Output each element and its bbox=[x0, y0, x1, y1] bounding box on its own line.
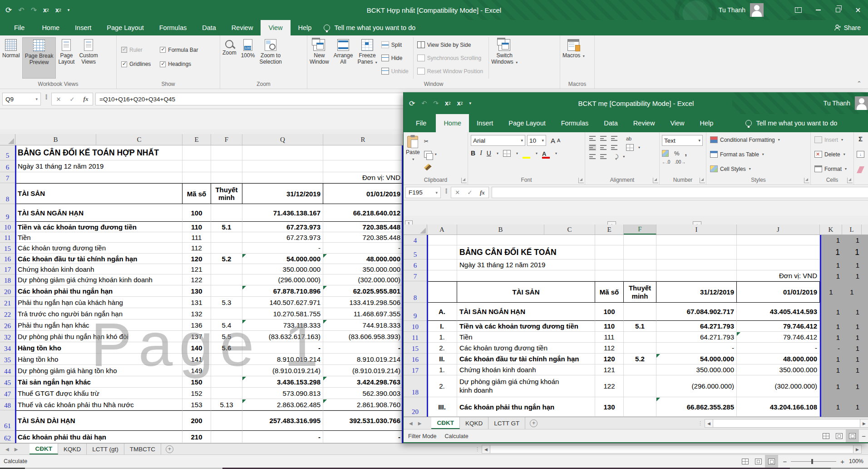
cell-a9[interactable]: A. bbox=[427, 303, 457, 321]
cell-j11[interactable]: 79.746.412 bbox=[737, 332, 820, 343]
cell-a15[interactable]: 2. bbox=[427, 343, 457, 354]
cell-f6[interactable] bbox=[624, 259, 656, 270]
cell-q48[interactable]: 2.863.062.485 bbox=[242, 399, 323, 410]
redo-icon[interactable]: ↷ bbox=[31, 6, 37, 15]
cell-a17[interactable]: 1. bbox=[427, 364, 457, 375]
row-header-16[interactable]: 16 bbox=[0, 254, 15, 264]
ribbon-display-options-icon[interactable] bbox=[788, 0, 808, 20]
cell-q21[interactable]: 140.507.627.971 bbox=[242, 297, 323, 308]
cell-f5[interactable] bbox=[624, 245, 656, 259]
cell-f18[interactable] bbox=[624, 375, 656, 397]
cell-r47[interactable]: 562.390.003 bbox=[323, 388, 403, 399]
cell-b17[interactable]: Chứng khoán kinh doanh bbox=[15, 264, 182, 274]
row-header-20[interactable]: 20 bbox=[0, 285, 15, 297]
row-header-45[interactable]: 45 bbox=[0, 376, 15, 388]
row-header-21[interactable]: 21 bbox=[0, 297, 15, 308]
row-header-48[interactable]: 48 bbox=[0, 399, 15, 410]
back-tab-view[interactable]: View bbox=[261, 20, 290, 35]
font-size-select[interactable]: 10▾ bbox=[527, 135, 546, 146]
cell-r61[interactable]: 392.531.030.766 bbox=[323, 410, 403, 431]
font-color-button[interactable]: A bbox=[542, 150, 550, 157]
cell-q5[interactable] bbox=[242, 145, 323, 160]
cell-q8[interactable]: 31/12/2019 bbox=[242, 183, 323, 204]
grow-font-icon[interactable]: A bbox=[551, 137, 555, 145]
button-conditional-formatting[interactable]: Conditional Formatting▾ bbox=[710, 135, 807, 144]
cell-b7[interactable] bbox=[15, 172, 182, 183]
cell-b5[interactable]: BẢNG CÂN ĐỐI KẾ TOÁN bbox=[457, 245, 595, 259]
cell-b16[interactable]: Các khoản đầu tư tài chính ngắn hạn bbox=[457, 354, 595, 364]
cell-a11[interactable]: 1. bbox=[427, 332, 457, 343]
cell-e11[interactable]: 111 bbox=[595, 332, 624, 343]
cell-e62[interactable]: 210 bbox=[182, 431, 211, 443]
front-tell-me-box[interactable]: Tell me what you want to do bbox=[741, 114, 842, 132]
cell-f11[interactable] bbox=[624, 332, 656, 343]
front-tab-insert[interactable]: Insert bbox=[469, 114, 501, 132]
page-layout-view-icon[interactable] bbox=[752, 455, 765, 468]
cell-f21[interactable]: 5.3 bbox=[211, 297, 242, 308]
row-header-34[interactable]: 34 bbox=[0, 342, 15, 354]
cell-b10[interactable]: Tiền và các khoản tương đương tiền bbox=[15, 222, 182, 232]
row-header-4[interactable]: 4 bbox=[404, 235, 427, 245]
row-header-11[interactable]: 11 bbox=[404, 332, 427, 343]
row-header-15[interactable]: 15 bbox=[404, 343, 427, 354]
cell-b44[interactable]: Dự phòng giảm giá hàng tồn kho bbox=[15, 365, 182, 376]
superscript-icon[interactable]: x2 bbox=[457, 100, 463, 107]
cancel-icon[interactable]: ✕ bbox=[56, 96, 61, 103]
front-tab-review[interactable]: Review bbox=[626, 114, 663, 132]
zoom-level[interactable]: 100% bbox=[849, 458, 863, 464]
cell-b21[interactable]: Phải thu ngắn hạn của khách hàng bbox=[15, 297, 182, 308]
cell-j6[interactable] bbox=[737, 259, 820, 270]
percent-style-icon[interactable]: % bbox=[674, 150, 680, 157]
cell-f34[interactable]: 5.6 bbox=[211, 342, 242, 354]
formula-bar-splitter[interactable]: ••• bbox=[445, 189, 447, 194]
cell-j15[interactable]: - bbox=[737, 343, 820, 354]
cell-i6[interactable] bbox=[656, 259, 737, 270]
new-sheet-button[interactable]: + bbox=[530, 419, 538, 427]
cell-a16[interactable]: II. bbox=[427, 354, 457, 364]
cell-f6[interactable] bbox=[211, 160, 242, 172]
column-header-L[interactable]: L bbox=[842, 225, 862, 234]
cell-b8[interactable]: TÀI SẢN bbox=[457, 281, 595, 303]
row-header-16[interactable]: 16 bbox=[404, 354, 427, 364]
cell-q20[interactable]: 67.878.710.896 bbox=[242, 285, 323, 297]
column-header-F[interactable]: F bbox=[211, 134, 242, 145]
cell-r7[interactable]: Đơn vị: VND bbox=[323, 172, 403, 183]
save-icon[interactable]: ⟳ bbox=[5, 5, 12, 15]
cell-e10[interactable]: 110 bbox=[595, 321, 624, 332]
cell-e8[interactable]: Mã số bbox=[595, 281, 624, 303]
row-header-32[interactable]: 32 bbox=[0, 331, 15, 342]
cell-a4[interactable] bbox=[427, 235, 457, 245]
increase-decimal-icon[interactable]: ←.0 bbox=[662, 160, 670, 165]
button-format[interactable]: Format▾ bbox=[814, 165, 850, 173]
fill-color-button[interactable] bbox=[523, 150, 530, 157]
button-page-break-preview[interactable]: Page BreakPreview bbox=[22, 37, 56, 79]
cell-r9[interactable]: 66.218.640.012 bbox=[323, 204, 403, 222]
cell-q6[interactable] bbox=[242, 160, 323, 172]
row-header-18[interactable]: 18 bbox=[404, 375, 427, 397]
select-all-corner[interactable] bbox=[404, 225, 427, 235]
cell-r17[interactable]: 350.000.000 bbox=[323, 264, 403, 274]
back-tab-review[interactable]: Review bbox=[224, 20, 261, 35]
cell-i16[interactable]: 54.000.000 bbox=[656, 354, 737, 364]
cell-e7[interactable] bbox=[595, 270, 624, 281]
cell-e21[interactable]: 131 bbox=[182, 297, 211, 308]
front-horizontal-scrollbar[interactable]: ⋮ ◀ ▶ bbox=[698, 419, 868, 428]
button-hide[interactable]: Hide bbox=[381, 54, 409, 62]
column-header-C[interactable]: C bbox=[544, 225, 595, 234]
cell-r34[interactable]: - bbox=[323, 342, 403, 354]
column-header-E[interactable]: E bbox=[182, 134, 211, 145]
cell-f18[interactable] bbox=[211, 274, 242, 285]
cell-e6[interactable] bbox=[182, 160, 211, 172]
cell-l15[interactable]: 1 bbox=[842, 343, 862, 354]
cell-e15[interactable]: 112 bbox=[595, 343, 624, 354]
cell-r10[interactable]: 720.385.448 bbox=[323, 222, 403, 232]
sheet-nav-arrows[interactable]: ◀▶ bbox=[404, 417, 427, 429]
cell-r62[interactable]: - bbox=[323, 431, 403, 443]
cell-i7[interactable] bbox=[656, 270, 737, 281]
cell-q17[interactable]: 350.000.000 bbox=[242, 264, 323, 274]
cell-j9[interactable]: 43.405.414.593 bbox=[737, 303, 820, 321]
front-sheet-tab-c-kt[interactable]: CĐKT bbox=[431, 417, 460, 429]
cell-l4[interactable]: 1 bbox=[842, 235, 862, 245]
back-sheet-tab-kqkd[interactable]: KQKD bbox=[58, 444, 87, 454]
new-sheet-button[interactable]: + bbox=[166, 445, 173, 453]
